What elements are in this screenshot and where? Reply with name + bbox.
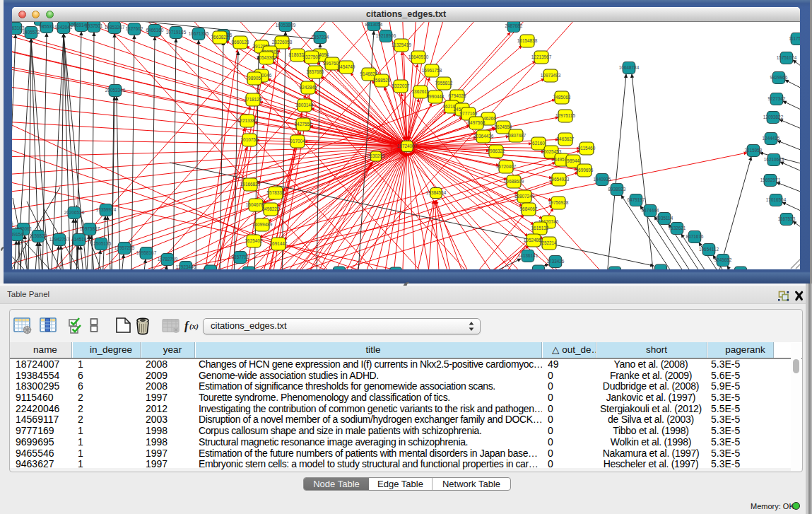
svg-text:985531: 985531 bbox=[39, 24, 54, 29]
svg-text:9684067: 9684067 bbox=[520, 206, 538, 211]
svg-text:5578335: 5578335 bbox=[267, 190, 285, 195]
svg-text:7955812: 7955812 bbox=[435, 81, 453, 86]
svg-text:98905: 98905 bbox=[248, 76, 261, 81]
svg-text:9227342: 9227342 bbox=[768, 96, 786, 101]
svg-text:5322037: 5322037 bbox=[392, 83, 410, 88]
svg-text:17957255: 17957255 bbox=[114, 245, 135, 250]
svg-text:15692971: 15692971 bbox=[760, 177, 781, 182]
svg-text:20206536: 20206536 bbox=[64, 210, 85, 215]
svg-text:8938923: 8938923 bbox=[608, 187, 626, 192]
svg-text:114519: 114519 bbox=[72, 237, 87, 242]
svg-text:9777169: 9777169 bbox=[460, 111, 478, 116]
svg-text:2803144: 2803144 bbox=[296, 103, 314, 107]
svg-text:14099489: 14099489 bbox=[252, 222, 273, 227]
svg-text:1117511: 1117511 bbox=[789, 36, 800, 41]
svg-text:7663822: 7663822 bbox=[211, 35, 229, 40]
svg-text:20364436: 20364436 bbox=[473, 134, 494, 139]
svg-text:12213967: 12213967 bbox=[531, 54, 552, 59]
svg-text:1244415: 1244415 bbox=[763, 136, 780, 141]
svg-text:23226058: 23226058 bbox=[272, 40, 293, 45]
svg-text:10648784: 10648784 bbox=[619, 65, 640, 70]
svg-text:917004: 917004 bbox=[290, 139, 305, 144]
svg-text:(x): (x) bbox=[189, 322, 199, 331]
svg-text:7625402: 7625402 bbox=[245, 238, 263, 243]
svg-text:3624554: 3624554 bbox=[495, 124, 512, 129]
svg-text:8660123: 8660123 bbox=[232, 40, 249, 45]
svg-text:2530203: 2530203 bbox=[367, 153, 385, 158]
svg-text:9242845: 9242845 bbox=[300, 85, 317, 90]
svg-text:6466160: 6466160 bbox=[146, 28, 164, 33]
svg-text:1733426: 1733426 bbox=[547, 259, 565, 264]
svg-text:19654923: 19654923 bbox=[549, 177, 570, 182]
svg-text:1937501: 1937501 bbox=[86, 23, 103, 28]
svg-text:2935114: 2935114 bbox=[656, 216, 673, 221]
svg-text:16053809: 16053809 bbox=[276, 23, 296, 28]
svg-text:3215958: 3215958 bbox=[745, 148, 763, 153]
svg-text:1615132: 1615132 bbox=[531, 226, 549, 230]
svg-text:2718129: 2718129 bbox=[245, 97, 262, 102]
svg-text:17016504: 17016504 bbox=[766, 197, 787, 202]
svg-text:16782759: 16782759 bbox=[158, 257, 178, 262]
svg-text:16961758: 16961758 bbox=[422, 68, 442, 73]
svg-text:9342041: 9342041 bbox=[55, 25, 73, 30]
svg-text:9329966: 9329966 bbox=[770, 75, 788, 80]
svg-text:3857685: 3857685 bbox=[307, 69, 324, 74]
svg-text:9463627: 9463627 bbox=[557, 136, 575, 141]
svg-text:19524861: 19524861 bbox=[524, 238, 544, 243]
svg-text:16210643: 16210643 bbox=[764, 157, 784, 162]
svg-text:7632621: 7632621 bbox=[669, 226, 686, 230]
svg-text:10958167: 10958167 bbox=[136, 250, 157, 255]
svg-text:1156829: 1156829 bbox=[30, 233, 47, 238]
svg-text:1440935: 1440935 bbox=[594, 177, 611, 182]
svg-text:1167533: 1167533 bbox=[778, 216, 796, 221]
svg-text:7857234: 7857234 bbox=[312, 35, 329, 40]
svg-text:3498222: 3498222 bbox=[262, 206, 280, 211]
svg-text:19218906: 19218906 bbox=[376, 33, 396, 38]
svg-text:10654112: 10654112 bbox=[699, 247, 719, 252]
svg-text:3427552: 3427552 bbox=[295, 122, 312, 127]
svg-text:19384554: 19384554 bbox=[426, 190, 447, 195]
svg-text:17359924: 17359924 bbox=[96, 207, 117, 212]
svg-text:12213382: 12213382 bbox=[237, 118, 258, 123]
svg-text:252214: 252214 bbox=[541, 240, 557, 245]
svg-text:12975115: 12975115 bbox=[555, 113, 575, 118]
svg-text:1405572: 1405572 bbox=[23, 30, 40, 35]
svg-text:16154838: 16154838 bbox=[517, 38, 538, 43]
svg-text:6794028: 6794028 bbox=[449, 93, 466, 98]
svg-text:8813054: 8813054 bbox=[365, 22, 383, 27]
svg-text:12505135: 12505135 bbox=[91, 241, 112, 246]
svg-text:7986322: 7986322 bbox=[488, 148, 505, 153]
svg-text:9857791: 9857791 bbox=[232, 255, 249, 259]
svg-text:1362615: 1362615 bbox=[412, 89, 430, 94]
svg-text:8990448: 8990448 bbox=[427, 94, 445, 99]
svg-text:19166829: 19166829 bbox=[240, 182, 261, 187]
svg-text:9327505: 9327505 bbox=[303, 54, 321, 59]
svg-text:15720407: 15720407 bbox=[496, 164, 517, 169]
svg-text:18640910: 18640910 bbox=[408, 54, 429, 59]
svg-text:1588520: 1588520 bbox=[373, 78, 391, 83]
svg-text:10975867: 10975867 bbox=[80, 226, 100, 231]
svg-text:6497568: 6497568 bbox=[468, 120, 486, 125]
svg-text:10719185: 10719185 bbox=[166, 30, 187, 35]
svg-text:12093822: 12093822 bbox=[763, 115, 784, 119]
svg-text:17923446: 17923446 bbox=[176, 264, 196, 269]
svg-text:9245652: 9245652 bbox=[714, 257, 732, 262]
svg-text:10853267: 10853267 bbox=[105, 25, 125, 30]
svg-text:10688609: 10688609 bbox=[504, 179, 524, 184]
svg-text:62160: 62160 bbox=[532, 141, 545, 146]
svg-text:8454749: 8454749 bbox=[338, 64, 355, 69]
svg-text:9699695: 9699695 bbox=[576, 168, 594, 173]
svg-text:10807487: 10807487 bbox=[506, 133, 526, 138]
svg-text:18807249: 18807249 bbox=[514, 194, 535, 199]
svg-text:1327602: 1327602 bbox=[126, 26, 143, 31]
svg-text:1010755: 1010755 bbox=[241, 137, 259, 142]
svg-text:10543362: 10543362 bbox=[257, 55, 277, 60]
svg-text:39154: 39154 bbox=[12, 232, 23, 237]
svg-text:2487682: 2487682 bbox=[505, 23, 523, 28]
svg-text:10671355: 10671355 bbox=[189, 31, 209, 36]
svg-text:19756928: 19756928 bbox=[548, 200, 569, 205]
svg-text:15751074: 15751074 bbox=[777, 55, 797, 60]
svg-text:7485063: 7485063 bbox=[553, 95, 571, 100]
svg-text:6479197: 6479197 bbox=[628, 197, 645, 202]
svg-text:1691447: 1691447 bbox=[270, 241, 288, 246]
